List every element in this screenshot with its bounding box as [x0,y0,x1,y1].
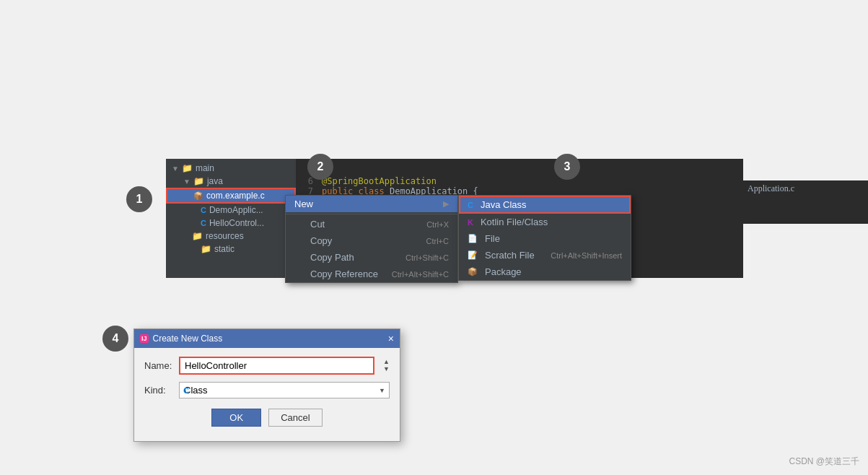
menu-item-new[interactable]: New ▶ [286,196,457,212]
tree-item-com-example[interactable]: 📦 com.example.c [166,188,296,204]
menu-shortcut-copy-reference: Ctrl+Alt+Shift+C [392,270,449,279]
dialog-titlebar: IJ Create New Class × [134,329,400,348]
project-tree: ▼ 📁 main ▼ 📁 java 📦 com.example.c C Demo… [166,159,296,278]
code-continuation: Application.c [743,180,868,224]
menu-divider-1 [286,214,457,214]
dialog-body: Name: ▲ ▼ Kind: C Class Interface Enum A… [134,348,400,441]
name-label: Name: [144,360,173,371]
step-2-circle: 2 [307,154,333,180]
tree-item-main[interactable]: ▼ 📁 main [166,162,296,175]
dialog-name-row: Name: ▲ ▼ [144,357,390,375]
dialog-title-text: Create New Class [153,334,223,344]
menu-shortcut-scratch: Ctrl+Alt+Shift+Insert [551,251,622,260]
submenu-item-scratch[interactable]: 📝 Scratch File Ctrl+Alt+Shift+Insert [459,247,631,263]
submenu-item-kotlin[interactable]: K Kotlin File/Class [459,214,631,230]
menu-item-copy-path-label: Copy Path [310,252,354,263]
tree-item-demoapplication[interactable]: C DemoApplic... [166,204,296,217]
arrow-up[interactable]: ▲ [383,359,390,365]
menu-item-cut-label: Cut [310,219,325,230]
menu-item-copy-reference-label: Copy Reference [310,269,378,279]
submenu-item-file[interactable]: 📄 File [459,230,631,247]
submenu-item-package[interactable]: 📦 Package [459,263,631,280]
step-1-circle: 1 [126,186,152,212]
tree-item-static[interactable]: 📁 static [166,243,296,256]
menu-item-cut[interactable]: Cut Ctrl+X [286,216,457,232]
code-annotation: @SpringBootApplication [322,176,437,186]
step-4-circle: 4 [102,326,128,352]
sort-arrows: ▲ ▼ [383,359,390,372]
scratch-icon: 📝 [468,250,478,260]
kind-select[interactable]: Class Interface Enum Annotation [179,382,390,398]
menu-item-copy-path[interactable]: Copy Path Ctrl+Shift+C [286,249,457,266]
context-menu: New ▶ Cut Ctrl+X Copy Ctrl+C Copy Path C… [285,195,458,283]
arrow-down[interactable]: ▼ [383,366,390,372]
tree-item-hellocontroller[interactable]: C HelloControl... [166,217,296,230]
menu-item-copy-reference[interactable]: Copy Reference Ctrl+Alt+Shift+C [286,266,457,282]
tree-item-resources[interactable]: 📁 resources [166,230,296,243]
kind-select-wrap: C Class Interface Enum Annotation ▼ [179,382,390,398]
intellij-icon: IJ [140,334,149,343]
dialog-title-left: IJ Create New Class [140,334,222,344]
java-class-icon: C [468,201,473,209]
submenu-scratch-label: Scratch File [485,250,535,261]
watermark: CSDN @笑道三千 [789,456,859,468]
create-new-class-dialog: IJ Create New Class × Name: ▲ ▼ Kind: C … [133,328,400,442]
submenu-file-label: File [485,233,500,244]
ok-button[interactable]: OK [211,409,261,427]
cancel-button[interactable]: Cancel [268,409,322,427]
submenu-kotlin-label: Kotlin File/Class [481,217,548,227]
submenu-item-java-class[interactable]: C Java Class [459,196,631,214]
name-input[interactable] [179,357,374,375]
dialog-kind-row: Kind: C Class Interface Enum Annotation … [144,382,390,398]
dialog-buttons: OK Cancel [144,406,390,432]
submenu-package-label: Package [485,266,522,277]
step-3-circle: 3 [554,154,580,180]
kind-class-icon: C [183,386,189,395]
package-icon: 📦 [468,267,478,276]
menu-item-copy-label: Copy [310,235,332,246]
close-button[interactable]: × [388,333,394,344]
kind-label: Kind: [144,385,173,396]
menu-shortcut-copy: Ctrl+C [426,237,449,245]
menu-item-copy[interactable]: Copy Ctrl+C [286,232,457,249]
tree-item-java[interactable]: ▼ 📁 java [166,175,296,188]
kotlin-icon: K [468,218,473,227]
menu-shortcut-copy-path: Ctrl+Shift+C [405,253,449,262]
submenu-java-class-label: Java Class [481,199,527,210]
menu-item-new-label: New [294,199,313,209]
submenu-new: C Java Class K Kotlin File/Class 📄 File … [458,195,631,281]
menu-shortcut-cut: Ctrl+X [426,220,449,229]
file-icon: 📄 [468,234,478,243]
